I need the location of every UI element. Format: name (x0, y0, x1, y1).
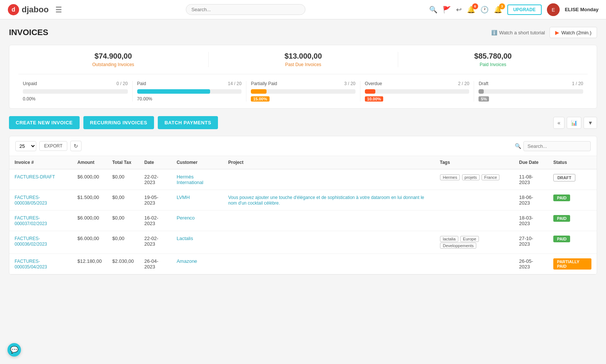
invoice-link[interactable]: FACTURES-000035/04/2023 (15, 259, 47, 270)
action-right: « 📊 ▼ (553, 117, 597, 129)
invoice-link[interactable]: FACTURES-000036/02/2023 (15, 236, 47, 247)
avatar[interactable]: E (547, 3, 560, 16)
outstanding-amount: $74.900,00 (18, 52, 208, 60)
upgrade-button[interactable]: UPGRADE (507, 4, 542, 15)
progress-label: Partially Paid (251, 81, 277, 86)
tax-cell: $0,00 (107, 169, 139, 190)
info-icon: ℹ️ (491, 30, 497, 35)
page: INVOICES ℹ️ Watch a short tutorial ▶ Wat… (0, 19, 606, 282)
header-search (62, 4, 429, 15)
search-icon[interactable]: 🔍 (429, 6, 437, 14)
flag-icon[interactable]: 🚩 (443, 6, 451, 14)
table-column-header: Due Date (514, 156, 548, 169)
play-icon: ▶ (555, 29, 559, 35)
watch-button[interactable]: ▶ Watch (2min.) (550, 27, 597, 38)
progress-label: Unpaid (23, 81, 37, 86)
logo-icon: d (7, 4, 19, 16)
tax-cell: $0,00 (107, 231, 139, 254)
progress-bar-fill (251, 89, 267, 94)
hamburger-icon[interactable]: ☰ (55, 5, 62, 14)
project-cell (223, 231, 435, 254)
bell-icon[interactable]: 🔔 3 (494, 6, 502, 14)
bell-badge: 3 (499, 3, 505, 9)
notification-icon[interactable]: 🔔 6 (467, 6, 475, 14)
table-header: Invoice #AmountTotal TaxDateCustomerProj… (9, 156, 597, 169)
table-column-header: Customer (171, 156, 223, 169)
paid-label: Paid Invoices (398, 62, 588, 67)
table-search-wrap: 🔍 (515, 141, 591, 151)
stat-paid: $85.780,00 Paid Invoices (398, 52, 588, 67)
tax-cell: $2.030,00 (107, 254, 139, 274)
progress-pct: 5% (479, 96, 489, 102)
customer-link[interactable]: Lactalis (176, 236, 193, 241)
notification-badge: 6 (472, 3, 478, 9)
progress-item: Overdue 2 / 20 10.00% (360, 81, 474, 102)
per-page-select[interactable]: 25 50 100 (15, 141, 36, 151)
export-button[interactable]: EXPORT (39, 141, 67, 151)
stat-outstanding: $74.900,00 Outstanding Invoices (18, 52, 208, 67)
progress-item: Unpaid 0 / 20 0.00% (18, 81, 132, 102)
amount-cell: $6.000,00 (72, 211, 107, 231)
prev-button[interactable]: « (553, 117, 565, 129)
watch-label: Watch (2min.) (562, 30, 591, 35)
customer-link[interactable]: LVMH (176, 195, 190, 200)
table-row: FACTURES-000037/02/2023$6.000,00$0,0016-… (9, 211, 597, 231)
table-row: FACTURES-000038/05/2023$1.500,00$0,0019-… (9, 190, 597, 211)
table-body: FACTURES-DRAFT$6.000,00$0,0022-02-2023He… (9, 169, 597, 274)
project-cell (223, 211, 435, 231)
progress-count: 0 / 20 (117, 81, 128, 86)
create-new-invoice-button[interactable]: CREATE NEW INVOICE (9, 116, 80, 129)
progress-label: Paid (137, 81, 146, 86)
stat-past-due: $13.000,00 Past Due Invoices (208, 52, 398, 67)
user-name[interactable]: ELISE Monday (565, 7, 599, 12)
recurring-invoices-button[interactable]: RECURRING INVOICES (83, 116, 154, 129)
clock-icon[interactable]: 🕐 (480, 6, 489, 14)
date-cell: 19-05-2023 (139, 190, 171, 211)
filter-button[interactable]: ▼ (584, 117, 597, 129)
batch-payments-button[interactable]: BATCH PAYMENTS (158, 116, 218, 129)
logo-text: djaboo (22, 5, 49, 15)
tax-cell: $0,00 (107, 190, 139, 211)
progress-bar-bg (365, 89, 470, 94)
svg-text:d: d (12, 6, 15, 13)
progress-section: Unpaid 0 / 20 0.00% Paid 14 / 20 70.00% … (18, 81, 588, 102)
status-badge: DRAFT (553, 174, 575, 181)
share-icon[interactable]: ↩ (456, 6, 462, 14)
progress-count: 14 / 20 (228, 81, 242, 86)
project-text: Vous pouvez ajouter une touche d'éléganc… (228, 195, 424, 206)
page-title: INVOICES (9, 28, 48, 37)
project-cell (223, 169, 435, 190)
customer-link[interactable]: Hermès International (176, 174, 203, 185)
invoice-link[interactable]: FACTURES-000038/05/2023 (15, 195, 47, 206)
due-date-cell: 11-08-2023 (514, 169, 548, 190)
due-date-cell: 26-05-2023 (514, 254, 548, 274)
status-badge: PAID (553, 195, 570, 201)
progress-count: 2 / 20 (458, 81, 469, 86)
date-cell: 16-02-2023 (139, 211, 171, 231)
tutorial-link[interactable]: ℹ️ Watch a short tutorial (491, 30, 545, 35)
progress-item: Partially Paid 3 / 20 15.00% (246, 81, 360, 102)
progress-pct: 0.00% (23, 96, 36, 102)
page-header-actions: ℹ️ Watch a short tutorial ▶ Watch (2min.… (491, 27, 597, 38)
due-date-cell: 18-06-2023 (514, 190, 548, 211)
search-input[interactable] (186, 4, 305, 15)
customer-link[interactable]: Perenco (176, 215, 194, 221)
table-column-header: Invoice # (9, 156, 72, 169)
table-column-header: Date (139, 156, 171, 169)
date-cell: 26-04-2023 (139, 254, 171, 274)
date-cell: 22-02-2023 (139, 169, 171, 190)
tax-cell: $0,00 (107, 211, 139, 231)
invoice-link[interactable]: FACTURES-DRAFT (15, 174, 55, 180)
date-cell: 22-02-2023 (139, 231, 171, 254)
tags-cell (434, 190, 514, 211)
table-search-input[interactable] (523, 141, 591, 151)
project-cell (223, 254, 435, 274)
table-column-header: Status (548, 156, 597, 169)
chart-button[interactable]: 📊 (567, 117, 581, 129)
invoice-link[interactable]: FACTURES-000037/02/2023 (15, 215, 47, 226)
progress-bar-bg (479, 89, 583, 94)
logo[interactable]: d djaboo (7, 4, 49, 16)
progress-bar-bg (23, 89, 128, 94)
refresh-button[interactable]: ↻ (70, 141, 81, 151)
customer-link[interactable]: Amazone (176, 258, 197, 264)
